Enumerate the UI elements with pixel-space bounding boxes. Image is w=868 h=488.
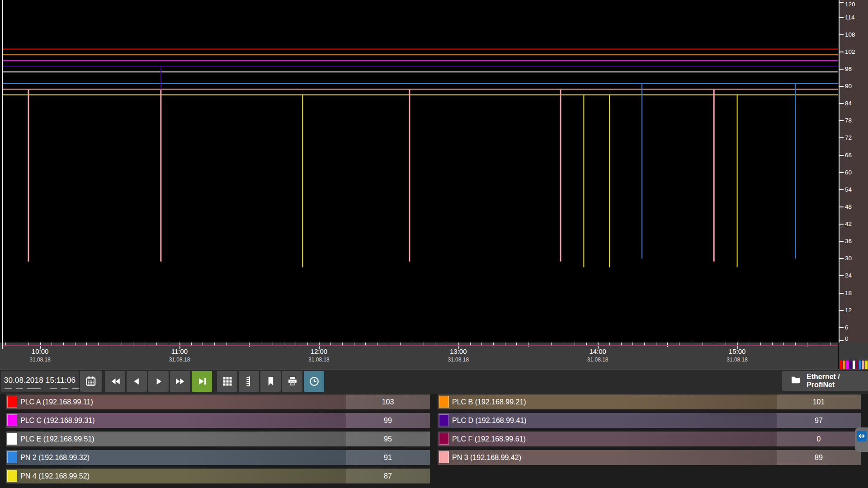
play-button[interactable]: [148, 371, 169, 392]
time-mode-button[interactable]: [304, 371, 324, 392]
color-swatch[interactable]: [7, 433, 17, 445]
legend-row-plc-d[interactable]: PLC D (192.168.99.41)97: [438, 413, 861, 428]
y-tick: [840, 327, 844, 328]
legend-label: PN 2 (192.168.99.32): [20, 450, 90, 465]
mini-legend-bar: [862, 361, 864, 369]
folder-icon: [790, 375, 801, 387]
mini-legend-bar: [853, 361, 855, 369]
y-tick-label: 12: [845, 307, 866, 314]
y-tick-label: 84: [845, 100, 866, 107]
calendar-button[interactable]: [80, 371, 102, 392]
step-back-button[interactable]: [127, 371, 147, 392]
y-tick: [840, 275, 844, 276]
y-tick: [840, 258, 844, 259]
legend-row-plc-f[interactable]: PLC F (192.168.99.61)0: [438, 432, 861, 446]
y-tick: [840, 34, 844, 35]
mini-legend-bar: [849, 361, 852, 369]
mini-color-legend: [840, 361, 868, 369]
legend-row-pn-2[interactable]: PN 2 (192.168.99.32)91: [6, 450, 430, 465]
legend-value: 87: [346, 469, 430, 483]
mini-legend-bar: [856, 361, 858, 369]
mini-legend-bar: [843, 361, 845, 369]
color-swatch[interactable]: [439, 451, 449, 463]
ruler-icon: [243, 375, 255, 387]
y-tick-label: 78: [845, 117, 866, 124]
y-tick-label: 48: [845, 203, 866, 211]
ruler-button[interactable]: [239, 371, 259, 392]
y-tick: [840, 103, 844, 104]
y-tick: [840, 2, 844, 3]
y-tick-label: 6: [845, 324, 866, 331]
y-tick: [840, 310, 844, 311]
teamviewer-handle[interactable]: [855, 427, 868, 452]
y-tick: [840, 137, 844, 138]
legend-value: 91: [346, 450, 430, 465]
legend-value: 89: [777, 450, 861, 465]
legend-row-pn-4[interactable]: PN 4 (192.168.99.52)87: [6, 469, 430, 483]
legend-value: 0: [777, 432, 861, 446]
device-legend: PLC A (192.168.99.11)103PLC C (192.168.9…: [0, 394, 868, 488]
legend-value: 95: [346, 432, 430, 446]
y-tick-label: 108: [845, 31, 866, 38]
step-back-icon: [131, 375, 143, 387]
skip-to-end-button[interactable]: [192, 371, 212, 392]
color-swatch[interactable]: [439, 396, 449, 408]
plot-left-border: [2, 0, 3, 349]
ethernet-profinet-button[interactable]: Ethernet / ProfiNet: [782, 371, 868, 391]
x-axis-hour-label: 14:00: [577, 347, 618, 355]
color-swatch[interactable]: [7, 414, 17, 426]
y-tick-label: 42: [845, 221, 866, 228]
legend-row-plc-b[interactable]: PLC B (192.168.99.21)101: [438, 394, 861, 409]
y-tick-label: 54: [845, 186, 866, 193]
y-tick-label: 102: [845, 48, 866, 56]
legend-label: PLC A (192.168.99.11): [20, 394, 93, 409]
y-tick-label: 66: [845, 152, 866, 159]
mini-legend-bar: [846, 361, 849, 369]
datetime-underline: [27, 388, 41, 389]
time-axis[interactable]: 10:0031.08.1811:0031.08.1812:0031.08.181…: [0, 343, 868, 369]
trend-chart-canvas: [0, 0, 839, 343]
y-tick-label: 0: [845, 335, 866, 343]
legend-label: PN 3 (192.168.99.42): [452, 450, 521, 465]
fast-forward-button[interactable]: [170, 371, 190, 392]
y-tick-label: 114: [845, 14, 866, 21]
legend-value: 103: [346, 394, 430, 409]
x-axis-tick: [249, 343, 250, 347]
y-tick-label: 72: [845, 134, 866, 141]
horizontal-arrows-icon: [857, 431, 867, 441]
color-swatch[interactable]: [7, 451, 17, 463]
legend-row-pn-3[interactable]: PN 3 (192.168.99.42)89: [438, 450, 861, 465]
color-swatch[interactable]: [439, 433, 449, 445]
trend-chart[interactable]: [0, 0, 839, 343]
datetime-underline: [72, 388, 79, 389]
y-tick-label: 96: [845, 66, 866, 73]
calendar-icon: [85, 375, 97, 387]
x-axis-date-label: 31.08.18: [438, 357, 479, 363]
legend-value: 97: [777, 413, 861, 428]
datetime-field[interactable]: 30.08.2018 15:11:06: [1, 371, 79, 392]
printer-icon: [287, 375, 298, 387]
y-tick-label: 24: [845, 272, 866, 279]
y-tick: [840, 17, 844, 18]
y-tick: [840, 241, 844, 242]
mini-legend-bar: [865, 361, 868, 369]
grid-icon: [222, 375, 233, 387]
legend-row-plc-e[interactable]: PLC E (192.168.99.51)95: [6, 432, 430, 446]
y-tick: [840, 155, 844, 156]
rewind-button[interactable]: [105, 371, 125, 392]
y-tick: [840, 172, 844, 173]
color-swatch[interactable]: [7, 396, 17, 408]
y-tick: [840, 189, 844, 190]
x-axis-tick: [528, 343, 528, 347]
legend-row-plc-a[interactable]: PLC A (192.168.99.11)103: [6, 394, 430, 409]
print-button[interactable]: [282, 371, 302, 392]
bookmark-button[interactable]: [260, 371, 281, 392]
color-swatch[interactable]: [7, 470, 17, 482]
x-axis-tick: [807, 343, 807, 347]
color-swatch[interactable]: [439, 414, 449, 426]
grid-view-button[interactable]: [217, 371, 237, 392]
legend-row-plc-c[interactable]: PLC C (192.168.99.31)99: [6, 413, 430, 428]
x-axis-date-label: 31.08.18: [717, 357, 758, 363]
legend-label: PLC B (192.168.99.21): [452, 394, 526, 409]
y-axis[interactable]: 1201141081029690847872666054484236302418…: [839, 0, 868, 343]
